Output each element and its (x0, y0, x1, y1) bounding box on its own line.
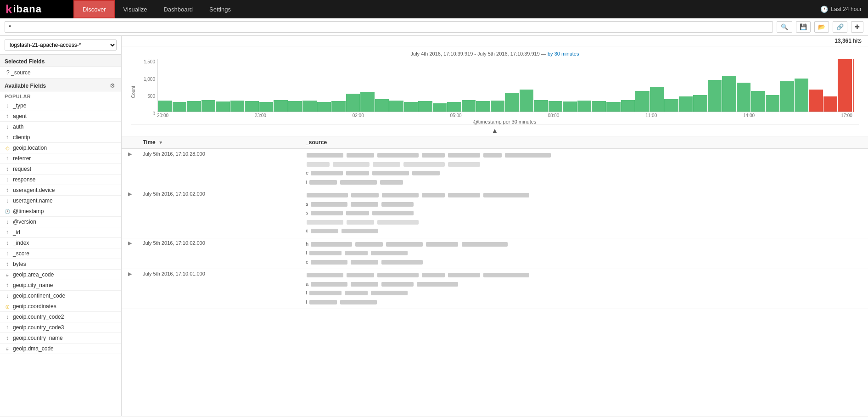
field-item-index[interactable]: t _index (0, 238, 121, 248)
field-item-clientip[interactable]: t clientip (0, 132, 121, 143)
chart-bar[interactable] (838, 59, 852, 112)
chart-bar[interactable] (795, 79, 809, 112)
save-button[interactable]: 💾 (796, 21, 811, 33)
chart-bar[interactable] (520, 90, 534, 112)
chart-bar[interactable] (462, 100, 476, 112)
field-item-geoip-location[interactable]: ◎ geoip.location (0, 143, 121, 153)
fields-gear-button[interactable]: ⚙ (108, 82, 117, 89)
chart-bar[interactable] (360, 92, 375, 112)
search-input[interactable] (5, 21, 773, 33)
chart-bar[interactable] (404, 102, 418, 112)
chart-bar[interactable] (722, 76, 736, 112)
field-item-geoip-area-code[interactable]: # geoip.area_code (0, 270, 121, 280)
field-item-id[interactable]: t _id (0, 227, 121, 238)
chart-bar[interactable] (751, 91, 765, 112)
chart-bar[interactable] (245, 101, 259, 112)
field-item-useragent-name[interactable]: t useragent.name (0, 196, 121, 206)
chart-bar[interactable] (433, 103, 447, 112)
chart-bar[interactable] (302, 101, 317, 112)
chart-bar[interactable] (780, 81, 794, 112)
chart-bar[interactable] (346, 94, 360, 112)
chart-bar[interactable] (418, 101, 432, 112)
field-item-useragent-device[interactable]: t useragent.device (0, 185, 121, 196)
new-button[interactable]: ✚ (851, 21, 863, 33)
chart-bar[interactable] (389, 101, 403, 112)
chart-bar[interactable] (187, 101, 201, 112)
field-item-auth[interactable]: t auth (0, 122, 121, 132)
chart-bar[interactable] (288, 101, 302, 112)
field-name: geoip.coordinates (13, 303, 56, 310)
nav-item-visualize[interactable]: Visualize (115, 0, 156, 18)
chart-bar[interactable] (331, 101, 346, 112)
field-item-geoip-continent-code[interactable]: t geoip.continent_code (0, 291, 121, 301)
index-pattern-select[interactable]: logstash-21-apache-access-* (5, 39, 117, 51)
field-item-response[interactable]: t response (0, 175, 121, 185)
chart-bar[interactable] (491, 101, 505, 112)
nav-item-discover[interactable]: Discover (73, 0, 115, 18)
load-button[interactable]: 📂 (814, 21, 829, 33)
chart-bar[interactable] (158, 101, 172, 112)
search-button[interactable]: 🔍 (777, 21, 792, 33)
chart-bar[interactable] (447, 102, 461, 112)
chart-bar[interactable] (317, 102, 331, 112)
field-item-geoip-country-name[interactable]: t geoip.country_name (0, 333, 121, 344)
field-name: response (13, 176, 35, 183)
field-item-referrer[interactable]: t referrer (0, 153, 121, 164)
chart-bar[interactable] (635, 91, 650, 112)
row-expand-button[interactable]: ▶ (126, 240, 134, 246)
field-item-geoip-country-code2[interactable]: t geoip.country_code2 (0, 312, 121, 322)
chart-bar[interactable] (693, 95, 707, 112)
chart-bar[interactable] (823, 96, 838, 112)
chart-bar[interactable] (664, 99, 678, 112)
field-item-score[interactable]: t _score (0, 248, 121, 259)
field-item-geoip-country-code3[interactable]: t geoip.country_code3 (0, 322, 121, 333)
field-item-version[interactable]: t @version (0, 217, 121, 227)
field-item-bytes[interactable]: t bytes (0, 259, 121, 270)
chart-bar[interactable] (259, 102, 274, 112)
chart-bar[interactable] (375, 99, 389, 112)
source-field-item[interactable]: ? _source (0, 67, 121, 79)
chart-bar[interactable] (230, 101, 245, 112)
nav-item-settings[interactable]: Settings (201, 0, 239, 18)
field-item-agent[interactable]: t agent (0, 111, 121, 122)
source-column-header[interactable]: _source (301, 136, 868, 149)
chart-bar[interactable] (766, 95, 780, 112)
field-item-geoip-dma-code[interactable]: # geoip.dma_code (0, 344, 121, 354)
chart-bar[interactable] (505, 93, 519, 112)
chart-bar[interactable] (202, 100, 216, 112)
field-item-geoip-city-name[interactable]: t geoip.city_name (0, 280, 121, 291)
row-expand-button[interactable]: ▶ (126, 271, 134, 277)
nav-item-dashboard[interactable]: Dashboard (155, 0, 201, 18)
index-selector: logstash-21-apache-access-* (0, 36, 121, 55)
chart-bar[interactable] (708, 80, 722, 112)
share-button[interactable]: 🔗 (833, 21, 847, 33)
chart-bar[interactable] (650, 87, 664, 112)
chart-bar[interactable] (592, 101, 606, 112)
row-expand-button[interactable]: ▶ (126, 191, 134, 197)
chart-bar[interactable] (737, 83, 751, 112)
time-column-header[interactable]: Time ▼ (138, 136, 301, 149)
chart-bar[interactable] (621, 100, 635, 112)
chart-bar[interactable] (274, 100, 288, 112)
time-range-display[interactable]: 🕐 Last 24 hour (820, 6, 868, 13)
field-item-type[interactable]: t _type (0, 101, 121, 111)
row-expand-button[interactable]: ▶ (126, 151, 134, 157)
chart-bar[interactable] (476, 101, 490, 112)
y-axis-label: Count (131, 86, 136, 98)
chart-bar[interactable] (809, 90, 823, 112)
chart-bar[interactable] (549, 101, 563, 112)
chart-bar[interactable] (216, 101, 230, 112)
y-tick-1500: 1,500 (141, 59, 155, 64)
chart-bar[interactable] (679, 96, 693, 112)
chart-bar[interactable] (606, 102, 621, 112)
field-type-icon: t (5, 156, 10, 161)
chart-collapse-button[interactable]: ▲ (131, 124, 859, 136)
chart-by-link[interactable]: by 30 minutes (548, 51, 579, 56)
chart-bar[interactable] (577, 101, 592, 112)
chart-bar[interactable] (173, 102, 187, 112)
field-item-request[interactable]: t request (0, 164, 121, 175)
field-item-timestamp[interactable]: 🕐 @timestamp (0, 206, 121, 217)
field-item-geoip-coordinates[interactable]: ◎ geoip.coordinates (0, 301, 121, 312)
chart-bar[interactable] (563, 101, 577, 112)
chart-bar[interactable] (534, 100, 548, 112)
